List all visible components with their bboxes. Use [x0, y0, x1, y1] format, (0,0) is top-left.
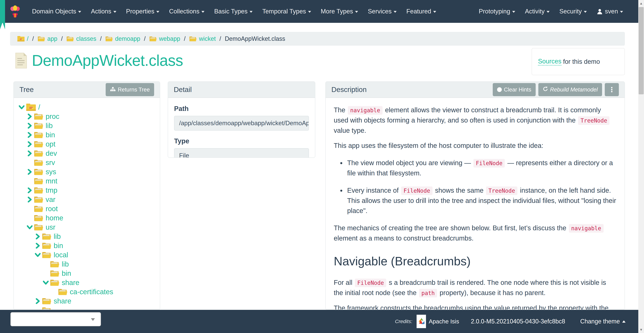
chevron-right-icon[interactable]: [26, 114, 34, 119]
chevron-right-icon[interactable]: [26, 197, 34, 202]
breadcrumb-link[interactable]: classes: [66, 35, 96, 42]
refresh-icon: [543, 86, 548, 93]
type-field[interactable]: File: [174, 148, 309, 158]
tree-item-mnt[interactable]: mnt: [16, 176, 157, 186]
nav-item-services[interactable]: Services: [363, 0, 402, 23]
tree-item-share[interactable]: share: [16, 296, 157, 306]
nav-item-basic-types[interactable]: Basic Types: [209, 0, 258, 23]
nav-item-collections[interactable]: Collections: [164, 0, 209, 23]
caret-down-icon: [250, 11, 252, 13]
folder-open-icon: [66, 36, 74, 42]
folder-open-icon: [58, 288, 68, 296]
tree-item-var[interactable]: var: [16, 195, 157, 204]
tree-item-home[interactable]: home: [16, 213, 157, 223]
chevron-right-icon[interactable]: [26, 132, 34, 138]
tree-item-label: lib: [54, 232, 61, 240]
tree-item--[interactable]: /: [16, 103, 157, 112]
tree-item-usr[interactable]: usr: [16, 223, 157, 232]
chevron-right-icon[interactable]: [34, 243, 42, 249]
folder-open-icon: [42, 232, 52, 240]
chevron-right-icon[interactable]: [26, 123, 34, 129]
detail-panel-header: Detail: [168, 82, 315, 98]
scroll-down-icon[interactable]: ▼: [638, 326, 644, 333]
chevron-right-icon[interactable]: [26, 187, 34, 193]
breadcrumb-label: demoapp: [115, 35, 140, 42]
tree-item-tmp[interactable]: tmp: [16, 186, 157, 195]
tree-item-lib[interactable]: lib: [16, 232, 157, 241]
scrollbar-thumb[interactable]: [639, 7, 644, 94]
footer-dropdown[interactable]: [10, 312, 101, 326]
chevron-down-icon[interactable]: [18, 104, 26, 110]
nav-item-actions[interactable]: Actions: [86, 0, 121, 23]
nav-item-more-types[interactable]: More Types: [316, 0, 363, 23]
breadcrumb-link[interactable]: wicket: [189, 35, 216, 42]
tree-item-lib[interactable]: lib: [16, 259, 157, 269]
description-list: The view model object you are viewing — …: [346, 158, 616, 216]
chevron-right-icon[interactable]: [26, 169, 34, 175]
chevron-right-icon[interactable]: [26, 151, 34, 156]
scroll-up-icon[interactable]: ▲: [638, 0, 644, 7]
tree-item-bin[interactable]: bin: [16, 269, 157, 278]
nav-item-prototyping[interactable]: Prototyping: [474, 0, 520, 23]
tree-item-label: sys: [46, 168, 56, 176]
tree-item-root[interactable]: root: [16, 204, 157, 213]
breadcrumb-link[interactable]: webapp: [149, 35, 180, 42]
tree-item-sys[interactable]: sys: [16, 167, 157, 176]
chevron-down-icon[interactable]: [42, 280, 50, 285]
nav-item-properties[interactable]: Properties: [121, 0, 164, 23]
tree-item-lib[interactable]: lib: [16, 121, 157, 130]
chevron-right-icon[interactable]: [34, 298, 42, 304]
caret-down-icon: [355, 11, 358, 13]
tree-item-dev[interactable]: dev: [16, 149, 157, 158]
tree-item-label: share: [54, 297, 71, 305]
inline-code: path: [419, 289, 437, 297]
change-theme-button[interactable]: Change theme: [580, 318, 626, 325]
breadcrumb-link[interactable]: demoapp: [105, 35, 140, 42]
tree-item-opt[interactable]: opt: [16, 139, 157, 149]
path-field[interactable]: /app/classes/demoapp/webapp/wicket/DemoA…: [174, 116, 309, 131]
vertical-scrollbar[interactable]: ▲ ▼: [638, 0, 644, 333]
rebuild-metamodel-button[interactable]: Rebuild Metamodel: [538, 83, 602, 96]
returns-tree-button[interactable]: Returns Tree: [106, 83, 154, 96]
nav-item-label: Actions: [91, 8, 111, 15]
breadcrumb-separator: /: [184, 35, 186, 42]
chevron-down-icon[interactable]: [26, 224, 34, 230]
tree-item-ca-certificates[interactable]: ca-certificates: [16, 287, 157, 296]
more-actions-button[interactable]: ⋮: [605, 83, 619, 96]
apache-isis-link[interactable]: Apache Isis: [429, 318, 459, 325]
tree-item-bin[interactable]: bin: [16, 130, 157, 139]
breadcrumb: //app/classes/demoapp/webapp/wicket/Demo…: [10, 32, 625, 46]
tree-item-label: home: [46, 214, 63, 222]
tree-item-proc[interactable]: proc: [16, 112, 157, 121]
tree-item-label: mnt: [46, 177, 57, 185]
tree-item-local[interactable]: local: [16, 250, 157, 259]
folder-open-icon: [34, 159, 44, 167]
sources-link[interactable]: Sources: [538, 58, 561, 66]
chevron-right-icon[interactable]: [26, 141, 34, 147]
rebuild-metamodel-label: Rebuild Metamodel: [550, 86, 598, 93]
nav-item-security[interactable]: Security: [554, 0, 592, 23]
credits-label: Credits:: [395, 318, 412, 324]
folder-open-icon: [34, 214, 44, 222]
caret-down-icon: [308, 11, 311, 13]
folder-open-icon: [42, 242, 52, 250]
breadcrumb-link[interactable]: app: [38, 35, 57, 42]
nav-item-activity[interactable]: Activity: [520, 0, 554, 23]
tree-item-bin[interactable]: bin: [16, 241, 157, 250]
user-menu[interactable]: sven: [592, 0, 628, 23]
document-icon: [15, 53, 28, 69]
app-logo-icon[interactable]: [10, 2, 20, 21]
detail-panel: Detail Path /app/classes/demoapp/webapp/…: [168, 81, 315, 158]
breadcrumb-link[interactable]: /: [17, 35, 28, 42]
chevron-right-icon[interactable]: [34, 234, 42, 239]
nav-item-temporal-types[interactable]: Temporal Types: [258, 0, 316, 23]
clear-hints-button[interactable]: Clear Hints: [493, 83, 536, 96]
breadcrumb-current: DemoAppWicket.class: [225, 35, 285, 42]
tree-item-srv[interactable]: srv: [16, 158, 157, 167]
nav-item-domain-objects[interactable]: Domain Objects: [27, 0, 86, 23]
inline-code: TreeNode: [486, 186, 518, 195]
nav-item-featured[interactable]: Featured: [402, 0, 441, 23]
tree-item-share[interactable]: share: [16, 278, 157, 287]
chevron-down-icon[interactable]: [34, 252, 42, 258]
tree-item[interactable]: [16, 306, 157, 310]
